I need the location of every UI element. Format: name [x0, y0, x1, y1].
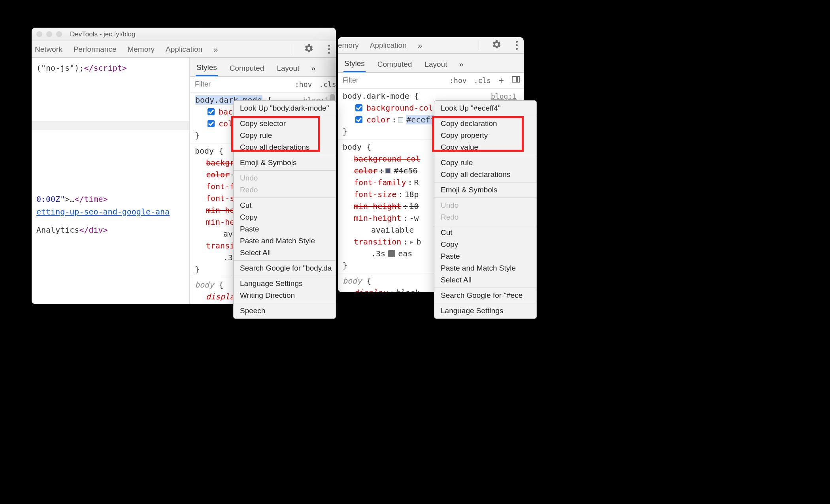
tab-layout[interactable]: Layout — [276, 61, 300, 76]
menu-cut[interactable]: Cut — [234, 199, 336, 211]
selector: body — [343, 276, 362, 286]
menu-redo: Redo — [234, 184, 336, 196]
gear-icon[interactable] — [492, 39, 502, 51]
color-swatch[interactable] — [385, 168, 390, 173]
code-text: Analytics — [36, 225, 79, 235]
selector[interactable]: body.dark-mode — [343, 91, 409, 101]
more-tabs-icon[interactable]: » — [418, 41, 423, 50]
color-swatch[interactable] — [398, 117, 403, 122]
toggle-declaration[interactable] — [355, 104, 362, 111]
kebab-menu-icon[interactable] — [325, 45, 333, 54]
window-title: DevTools - jec.fyi/blog — [70, 30, 135, 38]
source-panel[interactable]: ("no-js");</script​> 0:00Z">…</time> ett… — [32, 58, 190, 304]
menu-copy-property[interactable]: Copy property — [434, 130, 536, 141]
selector[interactable]: body — [195, 146, 214, 156]
menu-paste-match[interactable]: Paste and Match Style — [434, 262, 536, 274]
window-traffic-lights[interactable] — [36, 31, 62, 37]
menu-copy-declaration[interactable]: Copy declaration — [434, 118, 536, 130]
tabs-divider — [291, 44, 291, 54]
menu-select-all[interactable]: Select All — [434, 274, 536, 286]
menu-copy-rule[interactable]: Copy rule — [234, 130, 336, 141]
selector[interactable]: body — [343, 142, 362, 152]
tabs-divider — [479, 40, 479, 50]
sidebar-tabs: Styles Computed Layout » — [190, 58, 336, 77]
bezier-icon[interactable] — [388, 250, 395, 257]
sidebar-more-icon[interactable]: » — [311, 64, 315, 73]
tab-memory-clipped[interactable]: emory — [338, 41, 359, 50]
menu-emoji[interactable]: Emoji & Symbols — [234, 157, 336, 169]
styles-filter-bar: :hov .cls + — [190, 77, 336, 92]
menu-copy-value[interactable]: Copy value — [434, 141, 536, 153]
code-attr-value: 0:00Z" — [36, 194, 65, 204]
styles-filter-input[interactable] — [338, 73, 446, 88]
context-menu[interactable]: Look Up "body.dark-mode" Copy selector C… — [233, 100, 336, 319]
menu-paste[interactable]: Paste — [434, 250, 536, 262]
code-tag: </div> — [79, 225, 108, 235]
menu-speech[interactable]: Speech — [234, 305, 336, 317]
top-tabs: emory Application » — [338, 37, 524, 54]
menu-copy[interactable]: Copy — [234, 211, 336, 223]
code-text: ("no-js"); — [36, 63, 84, 73]
tab-memory[interactable]: Memory — [127, 45, 155, 54]
tab-styles[interactable]: Styles — [343, 56, 366, 72]
zoom-icon[interactable] — [56, 31, 62, 37]
close-icon[interactable] — [36, 31, 42, 37]
menu-copy[interactable]: Copy — [434, 239, 536, 250]
gear-icon[interactable] — [304, 43, 314, 55]
toggle-panel-icon[interactable] — [508, 76, 524, 85]
context-menu[interactable]: Look Up "#eceff4" Copy declaration Copy … — [434, 100, 537, 319]
menu-language[interactable]: Language Settings — [434, 305, 536, 317]
menu-search-google[interactable]: Search Google for "#ece — [434, 290, 536, 301]
new-rule-button[interactable]: + — [494, 75, 508, 86]
menu-copy-all-declarations[interactable]: Copy all declarations — [234, 141, 336, 153]
menu-cut[interactable]: Cut — [434, 227, 536, 239]
styles-filter-input[interactable] — [190, 77, 291, 92]
menu-lookup[interactable]: Look Up "body.dark-mode" — [234, 102, 336, 114]
menu-lookup[interactable]: Look Up "#eceff4" — [434, 102, 536, 114]
menu-paste-match[interactable]: Paste and Match Style — [234, 235, 336, 247]
tab-network[interactable]: Network — [35, 45, 62, 54]
selector: body — [195, 280, 214, 290]
window-titlebar[interactable]: DevTools - jec.fyi/blog — [32, 28, 336, 41]
tab-computed[interactable]: Computed — [229, 61, 265, 76]
more-tabs-icon[interactable]: » — [213, 45, 218, 54]
hov-button[interactable]: :hov — [291, 80, 315, 88]
tab-performance[interactable]: Performance — [74, 45, 117, 54]
menu-copy-all-declarations[interactable]: Copy all declarations — [434, 169, 536, 181]
menu-copy-selector[interactable]: Copy selector — [234, 118, 336, 130]
menu-language[interactable]: Language Settings — [234, 278, 336, 290]
sidebar-tabs: Styles Computed Layout » — [338, 54, 524, 73]
menu-copy-rule[interactable]: Copy rule — [434, 157, 536, 169]
hov-button[interactable]: :hov — [446, 76, 470, 85]
menu-writing-direction[interactable]: Writing Direction — [234, 290, 336, 301]
top-tabs: Network Performance Memory Application » — [32, 41, 336, 58]
kebab-menu-icon[interactable] — [513, 41, 521, 50]
tab-styles[interactable]: Styles — [196, 60, 218, 76]
code-tag: </script​> — [84, 63, 126, 73]
cls-button[interactable]: .cls — [315, 80, 336, 88]
menu-emoji[interactable]: Emoji & Symbols — [434, 184, 536, 196]
menu-redo: Redo — [434, 211, 536, 223]
menu-select-all[interactable]: Select All — [234, 247, 336, 259]
tab-layout[interactable]: Layout — [424, 57, 448, 72]
styles-filter-bar: :hov .cls + — [338, 73, 524, 88]
menu-undo: Undo — [234, 172, 336, 184]
code-link[interactable]: etting-up-seo-and-google-ana — [36, 207, 170, 216]
sidebar-more-icon[interactable]: » — [459, 60, 463, 69]
code-text: >… — [65, 194, 74, 204]
code-tag: </time> — [74, 194, 108, 204]
menu-search-google[interactable]: Search Google for "body.da — [234, 262, 336, 274]
tab-computed[interactable]: Computed — [377, 57, 413, 72]
cls-button[interactable]: .cls — [470, 76, 494, 85]
minimize-icon[interactable] — [46, 31, 52, 37]
tab-application[interactable]: Application — [166, 45, 202, 54]
toggle-declaration[interactable] — [208, 120, 215, 127]
menu-paste[interactable]: Paste — [234, 223, 336, 235]
menu-undo: Undo — [434, 199, 536, 211]
source-link[interactable]: blog:1 — [491, 91, 517, 102]
tab-application[interactable]: Application — [370, 41, 407, 50]
toggle-declaration[interactable] — [355, 116, 362, 123]
toggle-declaration[interactable] — [208, 108, 215, 115]
